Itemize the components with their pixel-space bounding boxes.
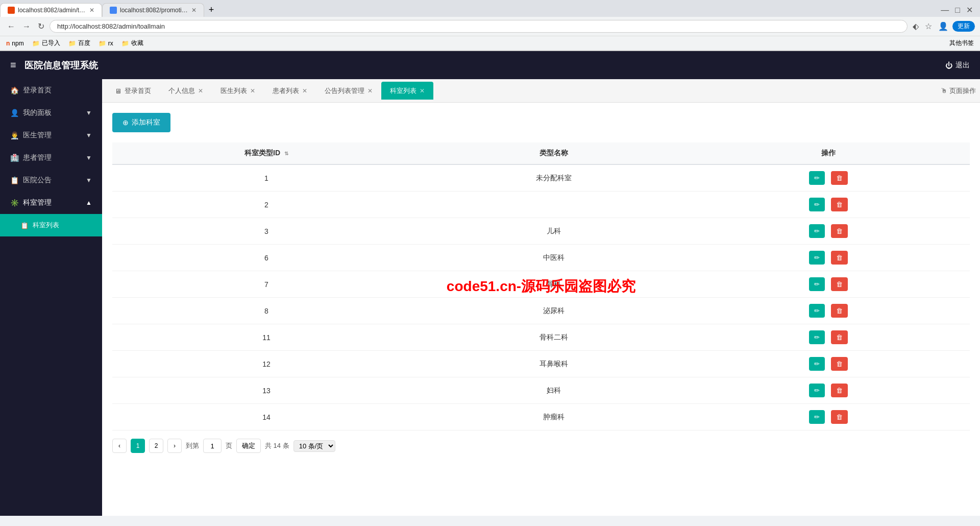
delete-button[interactable]: 🗑 (831, 277, 848, 291)
edit-button[interactable]: ✏ (809, 251, 825, 265)
mouse-icon: 🖱 (941, 87, 947, 94)
sort-icon: ⇅ (284, 151, 288, 156)
cell-name: 泌尿科 (421, 298, 688, 324)
browser-tab-2[interactable]: localhost:8082/promotion/pro... ✕ (102, 3, 204, 17)
add-dept-button[interactable]: ⊕ 添加科室 (112, 113, 170, 132)
delete-button[interactable]: 🗑 (831, 357, 848, 371)
delete-button[interactable]: 🗑 (831, 410, 848, 424)
tab-dept-list[interactable]: 科室列表 ✕ (381, 82, 433, 100)
page-size-select[interactable]: 10 条/页 20 条/页 50 条/页 (293, 440, 335, 452)
tab-close-dept-list[interactable]: ✕ (420, 87, 425, 94)
cell-name (421, 192, 688, 218)
delete-button[interactable]: 🗑 (831, 330, 848, 344)
bookmark-baidu[interactable]: 📁 百度 (66, 38, 92, 49)
cell-id: 3 (112, 218, 421, 245)
minimize-button[interactable]: — (939, 4, 951, 16)
col-type-id[interactable]: 科室类型ID ⇅ (112, 142, 421, 164)
back-button[interactable]: ← (5, 21, 17, 32)
tab-close-doctor-list[interactable]: ✕ (250, 87, 255, 94)
tab-doctor-list[interactable]: 医生列表 ✕ (212, 82, 264, 100)
sidebar-item-announcements[interactable]: 📋 医院公告 ▼ (0, 169, 102, 192)
edit-button[interactable]: ✏ (809, 171, 825, 185)
action-buttons: ✏ 🗑 (696, 330, 962, 344)
sidebar-item-departments[interactable]: ✳️ 科室管理 ▲ (0, 192, 102, 214)
delete-button[interactable]: 🗑 (831, 171, 848, 185)
edit-button[interactable]: ✏ (809, 357, 825, 371)
bookmark-rx[interactable]: 📁 rx (96, 39, 115, 48)
page-ops-button[interactable]: 🖱 页面操作 (941, 86, 976, 95)
delete-button[interactable]: 🗑 (831, 304, 848, 318)
edit-button[interactable]: ✏ (809, 384, 825, 397)
sidebar-item-patients[interactable]: 🏥 患者管理 ▼ (0, 147, 102, 169)
cell-actions: ✏ 🗑 (688, 218, 970, 245)
doctors-arrow: ▼ (86, 132, 92, 139)
maximize-button[interactable]: □ (953, 4, 962, 16)
tab-patient-list[interactable]: 患者列表 ✕ (264, 82, 316, 100)
logout-button[interactable]: ⏻ 退出 (945, 61, 970, 70)
new-tab-button[interactable]: + (204, 5, 218, 15)
bookmark-imported-icon: 📁 (32, 40, 40, 47)
col-type-name: 类型名称 (421, 142, 688, 164)
hamburger-menu-button[interactable]: ≡ (10, 59, 16, 71)
cell-id: 8 (112, 298, 421, 324)
edit-button[interactable]: ✏ (809, 304, 825, 318)
tab-login-home[interactable]: 🖥 登录首页 (106, 82, 160, 100)
edit-button[interactable]: ✏ (809, 224, 825, 238)
pagination: ‹ 1 2 › 到第 页 确定 共 14 条 10 条/页 20 条/页 50 … (112, 431, 970, 455)
other-bookmarks[interactable]: 其他书签 (947, 38, 976, 49)
content-area: ⊕ 添加科室 code51.cn-源码乐园盗图必究 科室类型ID ⇅ (102, 103, 980, 516)
reload-button[interactable]: ↻ (36, 20, 46, 32)
browser-tab-1[interactable]: localhost:8082/admin/toallma... ✕ (0, 3, 102, 17)
tab-close-personal-info[interactable]: ✕ (198, 87, 203, 94)
favorites-button[interactable]: ☆ (923, 20, 934, 32)
cell-id: 11 (112, 324, 421, 351)
delete-button[interactable]: 🗑 (831, 251, 848, 265)
page-btn-1[interactable]: 1 (131, 439, 145, 453)
cell-name: 中医科 (421, 245, 688, 271)
update-button[interactable]: 更新 (952, 21, 975, 32)
tab-close-patient-list[interactable]: ✕ (302, 87, 307, 94)
cell-name: 耳鼻喉科 (421, 351, 688, 377)
tab-close-1[interactable]: ✕ (89, 7, 94, 14)
tab-announcement[interactable]: 公告列表管理 ✕ (316, 82, 381, 100)
tab-favicon-1 (8, 7, 15, 14)
tab-close-2[interactable]: ✕ (191, 7, 197, 14)
close-window-button[interactable]: ✕ (964, 4, 975, 16)
bookmark-npm[interactable]: n npm (4, 39, 26, 48)
edit-button[interactable]: ✏ (809, 330, 825, 344)
tab-label-doctor-list: 医生列表 (220, 86, 247, 95)
action-buttons: ✏ 🗑 (696, 198, 962, 211)
main-content: 🖥 登录首页 个人信息 ✕ 医生列表 ✕ 患者列表 ✕ 公告列表管理 ✕ (102, 79, 980, 516)
bookmark-favorites-label: 收藏 (131, 39, 143, 47)
browser-chrome: localhost:8082/admin/toallma... ✕ localh… (0, 0, 980, 51)
delete-button[interactable]: 🗑 (831, 198, 848, 211)
forward-button[interactable]: → (20, 21, 33, 32)
delete-button[interactable]: 🗑 (831, 384, 848, 397)
bookmark-rx-icon: 📁 (99, 40, 106, 47)
tab-close-announcement[interactable]: ✕ (368, 87, 373, 94)
plus-icon: ⊕ (122, 118, 129, 127)
edit-button[interactable]: ✏ (809, 410, 825, 424)
edit-button[interactable]: ✏ (809, 198, 825, 211)
tab-personal-info[interactable]: 个人信息 ✕ (160, 82, 212, 100)
cell-actions: ✏ 🗑 (688, 298, 970, 324)
page-unit: 页 (226, 441, 232, 450)
tab-label-patient-list: 患者列表 (273, 86, 299, 95)
page-goto-input[interactable] (203, 439, 222, 453)
sidebar-item-home[interactable]: 🏠 登录首页 (0, 79, 102, 102)
sidebar-item-doctors[interactable]: 👨‍⚕️ 医生管理 ▼ (0, 124, 102, 147)
extensions-button[interactable]: ⬖ (911, 20, 921, 32)
delete-button[interactable]: 🗑 (831, 224, 848, 238)
bookmark-favorites[interactable]: 📁 收藏 (119, 38, 145, 49)
next-page-button[interactable]: › (167, 439, 182, 453)
page-confirm-button[interactable]: 确定 (236, 439, 261, 453)
bookmark-imported[interactable]: 📁 已导入 (30, 38, 62, 49)
edit-button[interactable]: ✏ (809, 277, 825, 291)
sidebar-item-dashboard[interactable]: 👤 我的面板 ▼ (0, 102, 102, 124)
page-btn-2[interactable]: 2 (149, 439, 163, 453)
home-icon: 🏠 (10, 86, 19, 94)
sidebar-item-dept-list[interactable]: 📋 科室列表 (0, 214, 102, 236)
prev-page-button[interactable]: ‹ (112, 439, 127, 453)
url-bar[interactable] (50, 20, 908, 33)
profile-button[interactable]: 👤 (936, 20, 950, 32)
